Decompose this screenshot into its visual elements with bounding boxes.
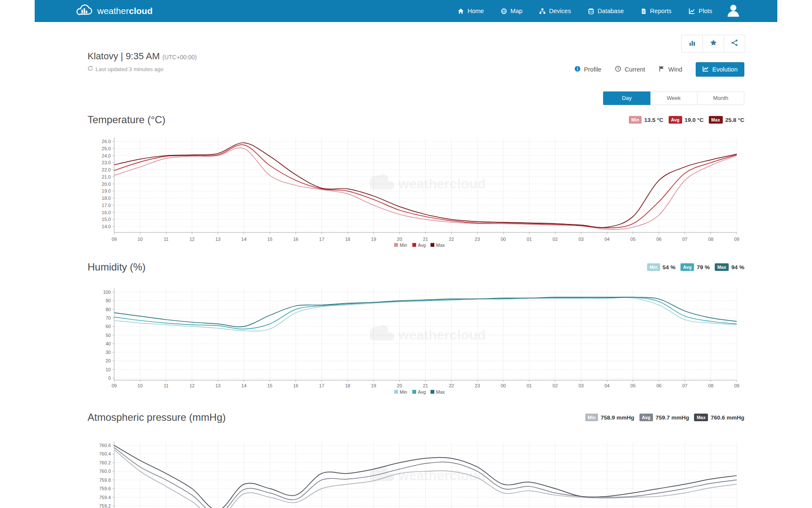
svg-text:16.0: 16.0 xyxy=(102,210,111,215)
svg-text:14: 14 xyxy=(241,383,247,388)
svg-text:0: 0 xyxy=(108,375,111,381)
svg-text:01: 01 xyxy=(527,237,532,242)
flag-icon xyxy=(658,66,665,73)
svg-text:17: 17 xyxy=(319,383,324,388)
map-icon xyxy=(501,8,507,14)
evolution-chart-icon xyxy=(702,66,709,73)
svg-text:759.8: 759.8 xyxy=(99,478,111,483)
svg-text:25.0: 25.0 xyxy=(102,146,111,151)
avg-value: 19.0 °C xyxy=(685,117,704,123)
svg-text:08: 08 xyxy=(708,383,713,388)
max-badge: Max xyxy=(709,116,723,124)
avg-badge: Avg xyxy=(669,116,682,124)
svg-text:09: 09 xyxy=(112,237,117,242)
svg-text:14.0: 14.0 xyxy=(102,224,111,229)
tab-month[interactable]: Month xyxy=(697,91,744,105)
view-label: Profile xyxy=(584,66,601,73)
title-separator: | xyxy=(121,51,123,61)
nav-label: Devices xyxy=(549,8,571,14)
legend-label-max: Max xyxy=(436,243,445,248)
nav-item-devices[interactable]: Devices xyxy=(539,8,571,14)
min-value: 13.5 °C xyxy=(644,117,663,123)
svg-text:09: 09 xyxy=(734,237,739,242)
svg-text:18: 18 xyxy=(345,383,350,388)
svg-text:weathercloud: weathercloud xyxy=(398,327,486,342)
main-nav: Home Map Devices xyxy=(458,8,712,14)
view-label: Evolution xyxy=(712,66,738,73)
min-value: 758.9 mmHg xyxy=(601,414,634,421)
plots-icon xyxy=(689,8,695,14)
station-timezone: (UTC+00:00) xyxy=(162,54,197,61)
svg-text:14: 14 xyxy=(241,237,247,242)
evolution-view-button[interactable]: Evolution xyxy=(696,62,744,77)
svg-text:weathercloud: weathercloud xyxy=(398,468,486,483)
nav-item-plots[interactable]: Plots xyxy=(689,8,712,14)
current-view-button[interactable]: Current xyxy=(615,66,645,73)
nav-item-database[interactable]: Database xyxy=(588,8,624,14)
min-badge: Min xyxy=(585,414,598,421)
tab-day[interactable]: Day xyxy=(603,91,650,105)
wind-view-button[interactable]: Wind xyxy=(658,66,682,73)
svg-text:19: 19 xyxy=(371,237,376,242)
pressure-section-title: Atmospheric pressure (mmHg) xyxy=(88,411,226,423)
favorite-button[interactable] xyxy=(702,35,724,52)
temperature-section-title: Temperature (°C) xyxy=(88,114,165,126)
share-button[interactable] xyxy=(724,35,745,52)
svg-text:02: 02 xyxy=(553,237,558,242)
weathercloud-logo[interactable]: weathercloud xyxy=(75,3,153,19)
svg-text:18.0: 18.0 xyxy=(102,196,111,201)
svg-text:70: 70 xyxy=(106,315,111,320)
svg-text:23.0: 23.0 xyxy=(102,160,111,165)
svg-text:12: 12 xyxy=(189,383,195,388)
nav-item-map[interactable]: Map xyxy=(501,8,522,14)
max-badge: Max xyxy=(715,263,729,271)
profile-view-button[interactable]: Profile xyxy=(574,66,601,73)
max-badge: Max xyxy=(694,414,708,421)
svg-text:22.0: 22.0 xyxy=(102,167,111,172)
reports-icon xyxy=(641,8,647,14)
svg-text:760.2: 760.2 xyxy=(99,460,111,465)
svg-text:07: 07 xyxy=(682,237,687,242)
refresh-icon[interactable] xyxy=(88,66,93,72)
legend-swatch-max xyxy=(431,390,434,394)
share-icon xyxy=(731,39,738,48)
svg-text:23: 23 xyxy=(475,383,480,388)
temperature-chart: 0910111213141516171819202122230001020304… xyxy=(35,138,777,254)
svg-text:80: 80 xyxy=(106,307,111,312)
svg-text:16: 16 xyxy=(293,237,298,242)
nav-item-reports[interactable]: Reports xyxy=(641,8,672,14)
svg-text:11: 11 xyxy=(164,237,168,242)
legend-label-max: Max xyxy=(436,389,445,395)
avg-badge: Avg xyxy=(639,414,653,421)
legend-swatch-max xyxy=(431,243,434,247)
svg-text:13: 13 xyxy=(215,383,220,388)
temperature-section-header: Temperature (°C) Min 13.5 °C Avg 19.0 °C… xyxy=(35,111,777,129)
svg-text:13: 13 xyxy=(215,237,220,242)
pressure-section-header: Atmospheric pressure (mmHg) Min 758.9 mm… xyxy=(35,409,777,426)
stats-button[interactable] xyxy=(682,35,702,52)
user-avatar[interactable] xyxy=(726,3,741,19)
svg-text:19.0: 19.0 xyxy=(102,188,111,193)
svg-text:05: 05 xyxy=(631,237,636,242)
nav-item-home[interactable]: Home xyxy=(458,8,484,14)
database-icon xyxy=(588,8,594,14)
last-updated: Last updated 3 minutes ago xyxy=(88,66,197,72)
nav-label: Reports xyxy=(650,8,672,14)
watermark: weathercloud xyxy=(370,326,486,342)
tab-week[interactable]: Week xyxy=(650,91,697,105)
svg-text:08: 08 xyxy=(708,237,713,242)
pressure-summary: Min 758.9 mmHg Avg 759.7 mmHg Max 760.6 … xyxy=(585,414,744,421)
legend-swatch-avg xyxy=(412,390,416,394)
svg-text:23: 23 xyxy=(475,237,480,242)
svg-text:760.0: 760.0 xyxy=(99,469,111,474)
nav-label: Database xyxy=(598,8,624,14)
svg-text:02: 02 xyxy=(553,383,558,388)
humidity-summary: Min 54 % Avg 79 % Max 94 % xyxy=(647,263,744,271)
last-updated-text: Last updated 3 minutes ago xyxy=(96,66,163,72)
humidity-chart: 0910111213141516171819202122230001020304… xyxy=(35,284,777,407)
max-value: 25.8 °C xyxy=(725,117,744,123)
svg-text:00: 00 xyxy=(501,237,506,242)
weathercloud-cloud-icon xyxy=(75,3,93,19)
nav-label: Home xyxy=(467,8,484,14)
brand-text: weathercloud xyxy=(97,6,153,16)
